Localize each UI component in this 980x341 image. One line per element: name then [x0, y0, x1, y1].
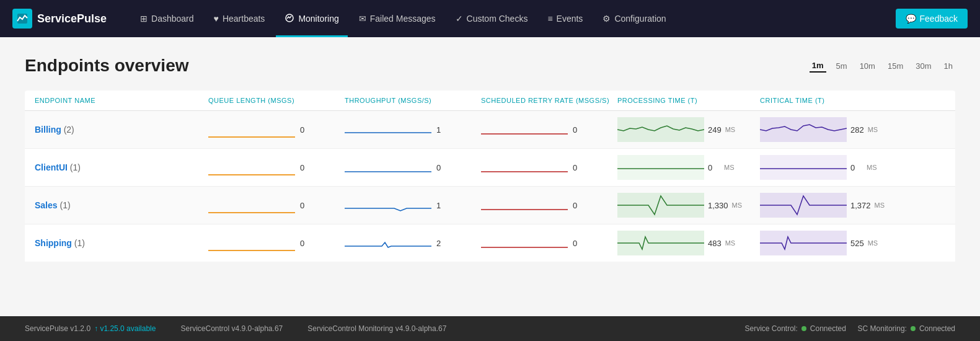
svg-rect-9 [617, 155, 704, 180]
chat-icon: 💬 [906, 14, 916, 24]
retry-rate-billing: 0 [481, 120, 617, 139]
table-row: Shipping (1) 0 2 0 [25, 224, 955, 262]
endpoint-name-billing[interactable]: Billing (2) [35, 124, 208, 135]
service-control-label: Service Control: [744, 324, 797, 333]
events-icon: ≡ [547, 14, 552, 24]
servicepulse-version-text: ServicePulse v1.2.0 [25, 324, 90, 333]
sc-monitoring-status-dot [911, 326, 916, 331]
brand-logo[interactable]: ServicePulse [12, 9, 107, 29]
custom-checks-icon: ✓ [456, 14, 463, 24]
endpoint-name-sales[interactable]: Sales (1) [35, 200, 208, 211]
nav-item-configuration[interactable]: ⚙ Configuration [594, 0, 674, 37]
processing-time-billing: 249 MS [617, 117, 760, 142]
col-endpoint-name: ENDPOINT NAME [35, 97, 208, 104]
endpoints-table: ENDPOINT NAME QUEUE LENGTH (MSGS) THROUG… [25, 91, 955, 262]
retry-rate-sales: 0 [481, 196, 617, 215]
throughput-shipping: 2 [345, 234, 481, 252]
critical-time-sales: 1,372 MS [760, 193, 903, 218]
processing-time-sales: 1,330 MS [617, 193, 760, 218]
col-queue-length: QUEUE LENGTH (MSGS) [208, 97, 345, 104]
time-filters: 1m 5m 10m 15m 30m 1h [810, 60, 955, 73]
critical-time-billing: 282 MS [760, 117, 903, 142]
nav-items: ⊞ Dashboard ♥ Heartbeats Monitoring ✉ Fa… [131, 0, 895, 37]
nav-item-events[interactable]: ≡ Events [539, 0, 591, 37]
nav-item-dashboard[interactable]: ⊞ Dashboard [131, 0, 203, 37]
page-title: Endpoints overview [25, 56, 189, 76]
retry-rate-shipping: 0 [481, 234, 617, 252]
table-header: ENDPOINT NAME QUEUE LENGTH (MSGS) THROUG… [25, 91, 955, 111]
nav-item-custom-checks[interactable]: ✓ Custom Checks [447, 0, 537, 37]
footer-servicecontrol-version: ServiceControl v4.9.0-alpha.67 [180, 324, 283, 333]
queue-length-sales: 0 [208, 196, 345, 215]
time-filter-30m[interactable]: 30m [913, 60, 934, 72]
service-control-status-dot [801, 326, 806, 331]
brand-icon [12, 9, 32, 29]
nav-item-monitoring[interactable]: Monitoring [276, 0, 347, 37]
endpoint-name-clientui[interactable]: ClientUI (1) [35, 162, 208, 173]
queue-length-shipping: 0 [208, 234, 345, 252]
main-content: Endpoints overview 1m 5m 10m 15m 30m 1h … [0, 37, 980, 274]
throughput-clientui: 0 [345, 158, 481, 177]
nav-label-events: Events [557, 14, 583, 24]
dashboard-icon: ⊞ [140, 14, 148, 24]
navbar: ServicePulse ⊞ Dashboard ♥ Heartbeats Mo… [0, 0, 980, 37]
footer: ServicePulse v1.2.0 ↑ v1.25.0 available … [0, 316, 980, 341]
update-available-link[interactable]: ↑ v1.25.0 available [94, 324, 156, 333]
failed-messages-icon: ✉ [359, 14, 366, 24]
nav-label-custom-checks: Custom Checks [467, 14, 528, 24]
time-filter-1m[interactable]: 1m [810, 60, 826, 73]
queue-length-clientui: 0 [208, 158, 345, 177]
time-filter-15m[interactable]: 15m [885, 60, 906, 72]
monitoring-icon [285, 13, 294, 25]
nav-item-heartbeats[interactable]: ♥ Heartbeats [205, 0, 274, 37]
table-row: Billing (2) 0 1 0 [25, 111, 955, 149]
footer-servicepulse-version: ServicePulse v1.2.0 ↑ v1.25.0 available [25, 324, 156, 333]
endpoint-name-shipping[interactable]: Shipping (1) [35, 237, 208, 249]
page-header: Endpoints overview 1m 5m 10m 15m 30m 1h [25, 56, 955, 76]
feedback-button[interactable]: 💬 Feedback [896, 9, 968, 29]
col-throughput: THROUGHPUT (MSGS/S) [345, 97, 481, 104]
throughput-sales: 1 [345, 196, 481, 215]
processing-time-clientui: 0 MS [617, 155, 760, 180]
table-row: Sales (1) 0 1 0 [25, 187, 955, 224]
nav-label-monitoring: Monitoring [298, 14, 338, 24]
nav-label-failed-messages: Failed Messages [370, 14, 436, 24]
nav-right: 💬 Feedback [896, 9, 968, 29]
processing-time-shipping: 483 MS [617, 231, 760, 255]
retry-rate-clientui: 0 [481, 158, 617, 177]
service-control-status: Connected [810, 324, 846, 333]
critical-time-clientui: 0 MS [760, 155, 903, 180]
heartbeats-icon: ♥ [214, 14, 219, 24]
table-row: ClientUI (1) 0 0 0 [25, 149, 955, 187]
time-filter-1h[interactable]: 1h [942, 60, 955, 72]
critical-time-shipping: 525 MS [760, 231, 903, 255]
col-critical-time: CRITICAL TIME (T) [760, 97, 903, 104]
nav-label-heartbeats: Heartbeats [223, 14, 265, 24]
sc-monitoring-status: Connected [919, 324, 955, 333]
queue-length-billing: 0 [208, 120, 345, 139]
time-filter-10m[interactable]: 10m [857, 60, 878, 72]
brand-name: ServicePulse [37, 12, 107, 25]
col-scheduled-retry: SCHEDULED RETRY RATE (MSGS/S) [481, 97, 617, 104]
svg-rect-5 [760, 117, 847, 142]
feedback-label: Feedback [920, 14, 958, 24]
svg-rect-4 [617, 117, 704, 142]
nav-label-dashboard: Dashboard [151, 14, 194, 24]
svg-rect-11 [760, 155, 847, 180]
time-filter-5m[interactable]: 5m [834, 60, 850, 72]
sc-monitoring-label: SC Monitoring: [858, 324, 907, 333]
monitoring-version-text: ServiceControl Monitoring v4.9.0-alpha.6… [307, 324, 446, 333]
nav-label-configuration: Configuration [614, 14, 666, 24]
footer-monitoring-version: ServiceControl Monitoring v4.9.0-alpha.6… [307, 324, 446, 333]
nav-item-failed-messages[interactable]: ✉ Failed Messages [350, 0, 444, 37]
servicecontrol-version-text: ServiceControl v4.9.0-alpha.67 [180, 324, 283, 333]
throughput-billing: 1 [345, 120, 481, 139]
configuration-icon: ⚙ [603, 14, 611, 24]
col-processing-time: PROCESSING TIME (T) [617, 97, 760, 104]
footer-status-group: Service Control: Connected SC Monitoring… [744, 324, 955, 333]
